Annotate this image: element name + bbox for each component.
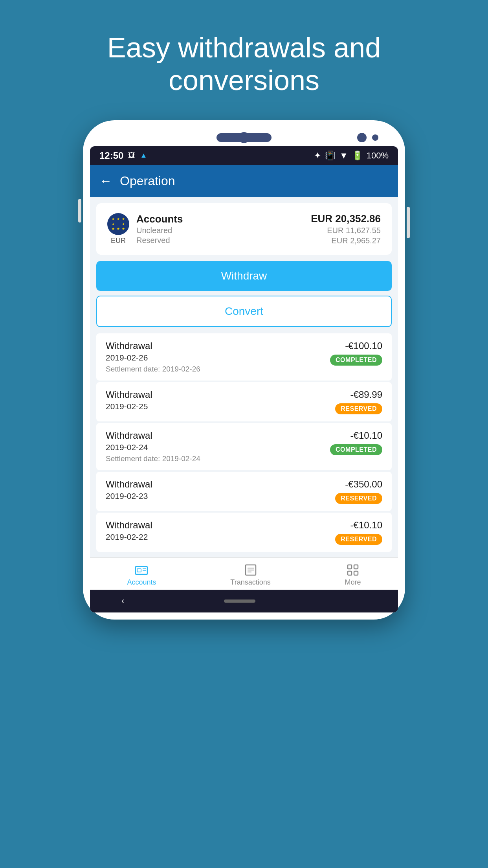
reserved-label: Reserved	[136, 236, 183, 245]
back-system-button[interactable]: ‹	[121, 596, 124, 606]
txn-settlement: Settlement date: 2019-02-26	[106, 365, 200, 373]
header-title: Operation	[120, 174, 175, 188]
uncleared-amount: EUR 11,627.55	[311, 226, 381, 235]
txn-amount: -€350.00	[345, 479, 382, 490]
wifi-icon: ▼	[339, 151, 348, 161]
nav-label: Transactions	[230, 578, 270, 587]
bluetooth-icon: ✦	[314, 151, 321, 161]
txn-left: Withdrawal 2019-02-22	[106, 520, 152, 542]
reserved-amount: EUR 2,965.27	[311, 236, 381, 245]
battery-icon: 🔋	[352, 151, 363, 161]
account-right: EUR 20,352.86 EUR 11,627.55 EUR 2,965.27	[311, 213, 381, 245]
bottom-nav: Accounts Transactions More	[90, 557, 398, 590]
nav-label: Accounts	[127, 578, 156, 587]
status-photo-icon: 🖼	[128, 151, 135, 160]
txn-right: -€10.10 COMPLETED	[330, 430, 382, 455]
svg-rect-11	[354, 571, 358, 575]
action-buttons: Withdraw Convert	[90, 255, 398, 327]
star-2: ★	[116, 217, 121, 222]
txn-date: 2019-02-23	[106, 491, 152, 501]
star-8: ★	[116, 226, 121, 232]
status-badge: RESERVED	[335, 493, 382, 504]
account-balance: EUR 20,352.86	[311, 213, 381, 225]
txn-date: 2019-02-24	[106, 443, 200, 452]
star-6: ★	[121, 221, 126, 226]
home-indicator[interactable]	[224, 600, 255, 603]
status-right: ✦ 📳 ▼ 🔋 100%	[314, 151, 389, 161]
txn-right: -€10.10 RESERVED	[335, 520, 382, 545]
txn-type: Withdrawal	[106, 520, 152, 531]
screen: 12:50 🖼 ▲ ✦ 📳 ▼ 🔋 100% ← Operation	[90, 146, 398, 612]
status-app-icon: ▲	[140, 151, 147, 160]
nav-item-more[interactable]: More	[345, 563, 361, 587]
nav-item-transactions[interactable]: Transactions	[230, 563, 270, 587]
svg-rect-8	[348, 565, 352, 569]
status-badge: RESERVED	[335, 403, 382, 414]
status-badge: COMPLETED	[330, 355, 382, 366]
phone-speaker	[216, 133, 272, 142]
withdraw-button[interactable]: Withdraw	[96, 261, 392, 291]
account-card: ★ ★ ★ ★ ★ ★ ★ ★ EUR Accou	[96, 203, 392, 255]
txn-type: Withdrawal	[106, 340, 200, 351]
status-badge: RESERVED	[335, 534, 382, 545]
txn-date: 2019-02-22	[106, 532, 152, 542]
phone-frame: 12:50 🖼 ▲ ✦ 📳 ▼ 🔋 100% ← Operation	[83, 120, 405, 620]
account-left: ★ ★ ★ ★ ★ ★ ★ ★ EUR Accou	[107, 213, 183, 245]
star-3: ★	[121, 217, 126, 222]
txn-type: Withdrawal	[106, 479, 152, 490]
txn-left: Withdrawal 2019-02-26 Settlement date: 2…	[106, 340, 200, 373]
star-9: ★	[121, 226, 126, 232]
status-time: 12:50	[99, 150, 123, 161]
eur-flag: ★ ★ ★ ★ ★ ★ ★ ★	[107, 213, 129, 235]
txn-left: Withdrawal 2019-02-23	[106, 479, 152, 501]
transaction-item[interactable]: Withdrawal 2019-02-24 Settlement date: 2…	[96, 423, 392, 470]
back-button[interactable]: ←	[99, 174, 112, 188]
txn-amount: -€10.10	[350, 430, 382, 441]
phone-sensor	[372, 134, 378, 141]
nav-item-accounts[interactable]: Accounts	[127, 563, 156, 587]
txn-right: -€350.00 RESERVED	[335, 479, 382, 504]
txn-type: Withdrawal	[106, 389, 152, 400]
txn-amount: -€100.10	[345, 340, 382, 351]
account-label-group: Accounts Uncleared Reserved	[136, 213, 183, 245]
txn-amount: -€89.99	[350, 389, 382, 400]
status-bar: 12:50 🖼 ▲ ✦ 📳 ▼ 🔋 100%	[90, 146, 398, 165]
svg-rect-10	[348, 571, 352, 575]
more-icon	[346, 563, 360, 577]
svg-rect-9	[354, 565, 358, 569]
transaction-item[interactable]: Withdrawal 2019-02-26 Settlement date: 2…	[96, 333, 392, 381]
convert-button[interactable]: Convert	[96, 296, 392, 327]
app-header: ← Operation	[90, 165, 398, 197]
txn-right: -€100.10 COMPLETED	[330, 340, 382, 366]
star-1: ★	[111, 217, 116, 222]
star-4: ★	[111, 221, 116, 226]
system-bar: ‹	[90, 590, 398, 612]
volume-button	[78, 199, 81, 223]
phone-top-bar	[90, 132, 398, 143]
battery-percent: 100%	[367, 151, 389, 161]
power-button	[407, 207, 410, 238]
page-title: Easy withdrawals and conversions	[76, 31, 412, 97]
transaction-item[interactable]: Withdrawal 2019-02-25 -€89.99 RESERVED	[96, 382, 392, 421]
transaction-item[interactable]: Withdrawal 2019-02-22 -€10.10 RESERVED	[96, 513, 392, 552]
accounts-icon	[135, 563, 148, 577]
txn-settlement: Settlement date: 2019-02-24	[106, 454, 200, 463]
account-name: Accounts	[136, 213, 183, 225]
star-5	[116, 221, 121, 226]
txn-date: 2019-02-25	[106, 402, 152, 411]
transactions-icon	[244, 563, 257, 577]
txn-date: 2019-02-26	[106, 353, 200, 362]
txn-left: Withdrawal 2019-02-25	[106, 389, 152, 411]
phone-camera-right	[357, 133, 367, 142]
nav-label: More	[345, 578, 361, 587]
status-badge: COMPLETED	[330, 444, 382, 455]
eu-stars: ★ ★ ★ ★ ★ ★ ★ ★	[111, 217, 126, 232]
svg-rect-1	[137, 569, 141, 572]
txn-left: Withdrawal 2019-02-24 Settlement date: 2…	[106, 430, 200, 463]
status-left: 12:50 🖼 ▲	[99, 150, 147, 161]
account-icon-wrap: ★ ★ ★ ★ ★ ★ ★ ★ EUR	[107, 213, 129, 245]
transactions-list: Withdrawal 2019-02-26 Settlement date: 2…	[96, 333, 392, 553]
transaction-item[interactable]: Withdrawal 2019-02-23 -€350.00 RESERVED	[96, 472, 392, 511]
star-7: ★	[111, 226, 116, 232]
currency-label: EUR	[111, 237, 126, 245]
